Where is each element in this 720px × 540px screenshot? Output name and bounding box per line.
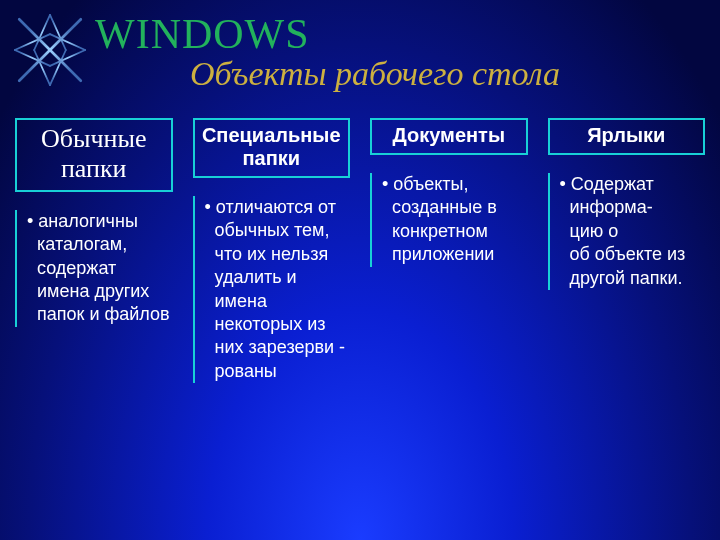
column-header: Документы — [370, 118, 528, 155]
vertical-divider — [15, 210, 17, 327]
column-body: Содержат информа- цию о об объекте из др… — [560, 173, 706, 290]
column-header: Специальные папки — [193, 118, 351, 178]
svg-line-11 — [50, 50, 85, 66]
svg-line-5 — [50, 15, 66, 50]
column-body: отличаются от обычных тем, что их нельзя… — [205, 196, 351, 383]
svg-line-6 — [34, 50, 50, 85]
column-special-folders: Специальные папки отличаются от обычных … — [193, 118, 351, 383]
vertical-divider — [193, 196, 195, 383]
column-regular-folders: Обычные папки аналогичны каталогам, соде… — [15, 118, 173, 383]
vertical-divider — [548, 173, 550, 290]
svg-line-8 — [15, 34, 50, 50]
column-body: объекты, созданные в конкретном приложен… — [382, 173, 528, 267]
column-body-wrap: объекты, созданные в конкретном приложен… — [370, 173, 528, 267]
slide-title: WINDOWS — [95, 10, 310, 58]
column-body-wrap: аналогичны каталогам, содержат имена дру… — [15, 210, 173, 327]
column-documents: Документы объекты, созданные в конкретно… — [370, 118, 528, 383]
slide: WINDOWS Объекты рабочего стола Обычные п… — [0, 0, 720, 540]
columns-container: Обычные папки аналогичны каталогам, соде… — [15, 118, 705, 383]
column-shortcuts: Ярлыки Содержат информа- цию о об объект… — [548, 118, 706, 383]
vertical-divider — [370, 173, 372, 267]
column-body-wrap: отличаются от обычных тем, что их нельзя… — [193, 196, 351, 383]
column-body: аналогичны каталогам, содержат имена дру… — [27, 210, 173, 327]
svg-line-7 — [50, 50, 66, 85]
svg-line-9 — [15, 50, 50, 66]
slide-subtitle: Объекты рабочего стола — [190, 55, 560, 93]
column-header: Обычные папки — [15, 118, 173, 192]
svg-line-10 — [50, 34, 85, 50]
column-header: Ярлыки — [548, 118, 706, 155]
svg-line-4 — [34, 15, 50, 50]
star-icon — [6, 6, 94, 94]
column-body-wrap: Содержат информа- цию о об объекте из др… — [548, 173, 706, 290]
